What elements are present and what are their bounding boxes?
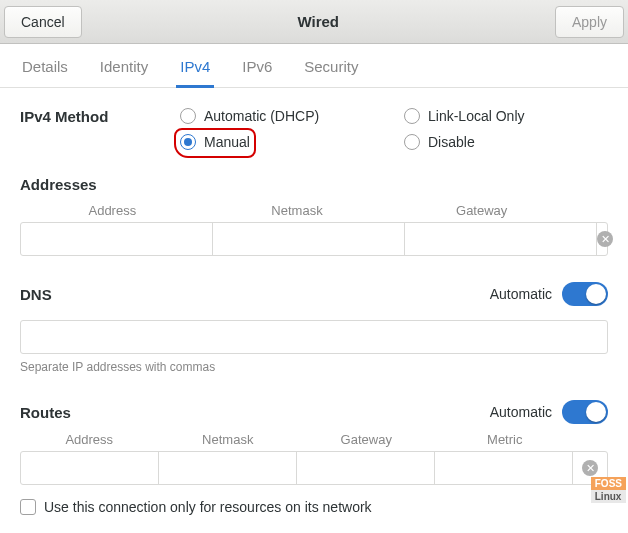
window-title: Wired — [82, 13, 555, 30]
radio-label: Link-Local Only — [428, 108, 525, 124]
col-metric: Metric — [436, 432, 575, 447]
col-gateway: Gateway — [389, 203, 574, 218]
watermark: FOSS Linux — [591, 477, 626, 503]
tab-identity[interactable]: Identity — [96, 54, 152, 88]
radio-automatic-dhcp[interactable]: Automatic (DHCP) — [180, 108, 384, 124]
netmask-input[interactable] — [213, 223, 405, 255]
radio-icon — [180, 108, 196, 124]
route-metric-input[interactable] — [435, 452, 573, 484]
address-input[interactable] — [21, 223, 213, 255]
tab-bar: Details Identity IPv4 IPv6 Security — [0, 44, 628, 88]
toggle-knob — [586, 284, 606, 304]
watermark-linux: Linux — [591, 490, 626, 503]
radio-icon — [404, 134, 420, 150]
ipv4-content: IPv4 Method Automatic (DHCP) Link-Local … — [0, 88, 628, 533]
radio-label: Automatic (DHCP) — [204, 108, 319, 124]
dns-auto-label: Automatic — [490, 286, 552, 302]
route-address-input[interactable] — [21, 452, 159, 484]
radio-icon — [404, 108, 420, 124]
close-icon: ✕ — [582, 460, 598, 476]
close-icon: ✕ — [597, 231, 613, 247]
delete-row-button[interactable]: ✕ — [597, 223, 613, 255]
address-row: ✕ — [20, 222, 608, 256]
ipv4-method-label: IPv4 Method — [20, 108, 180, 125]
col-address: Address — [20, 432, 159, 447]
radio-label: Disable — [428, 134, 475, 150]
gateway-input[interactable] — [405, 223, 597, 255]
cancel-button[interactable]: Cancel — [4, 6, 82, 38]
dns-hint: Separate IP addresses with commas — [20, 360, 608, 374]
apply-button[interactable]: Apply — [555, 6, 624, 38]
dns-auto-toggle[interactable] — [562, 282, 608, 306]
toggle-knob — [586, 402, 606, 422]
routes-section: Routes Automatic Address Netmask Gateway… — [20, 400, 608, 515]
radio-manual[interactable]: Manual — [180, 134, 384, 150]
routes-auto-toggle[interactable] — [562, 400, 608, 424]
dns-section: DNS Automatic Separate IP addresses with… — [20, 282, 608, 374]
route-row: ✕ — [20, 451, 608, 485]
radio-icon — [180, 134, 196, 150]
col-address: Address — [20, 203, 205, 218]
dns-input[interactable] — [20, 320, 608, 354]
routes-title: Routes — [20, 404, 71, 421]
col-netmask: Netmask — [205, 203, 390, 218]
col-netmask: Netmask — [159, 432, 298, 447]
tab-ipv6[interactable]: IPv6 — [238, 54, 276, 88]
routes-auto-label: Automatic — [490, 404, 552, 420]
route-netmask-input[interactable] — [159, 452, 297, 484]
radio-link-local[interactable]: Link-Local Only — [404, 108, 608, 124]
col-gateway: Gateway — [297, 432, 436, 447]
addresses-title: Addresses — [20, 176, 608, 193]
route-gateway-input[interactable] — [297, 452, 435, 484]
radio-label: Manual — [204, 134, 250, 150]
addresses-section: Addresses Address Netmask Gateway ✕ — [20, 176, 608, 256]
tab-details[interactable]: Details — [18, 54, 72, 88]
watermark-foss: FOSS — [591, 477, 626, 490]
only-resources-label: Use this connection only for resources o… — [44, 499, 372, 515]
dns-title: DNS — [20, 286, 52, 303]
only-resources-checkbox[interactable] — [20, 499, 36, 515]
tab-ipv4[interactable]: IPv4 — [176, 54, 214, 88]
radio-disable[interactable]: Disable — [404, 134, 608, 150]
tab-security[interactable]: Security — [300, 54, 362, 88]
header-bar: Cancel Wired Apply — [0, 0, 628, 44]
